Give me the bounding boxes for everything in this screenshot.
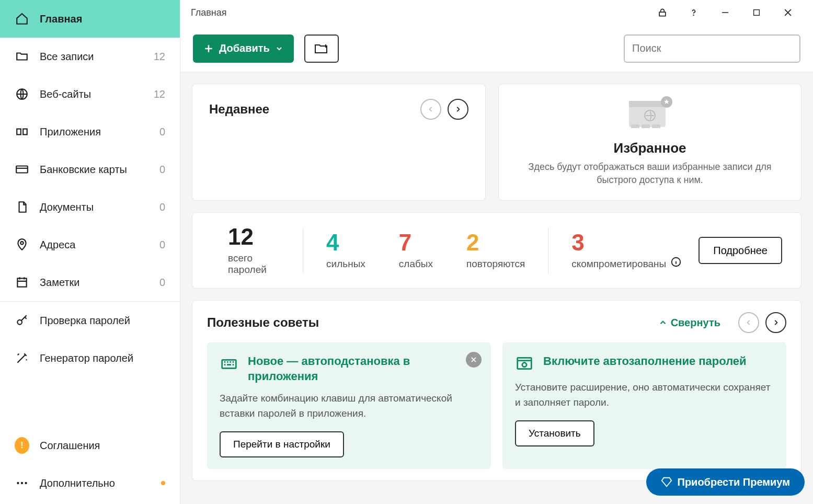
sidebar-item-agreements[interactable]: ! Соглашения bbox=[0, 427, 180, 464]
maximize-button[interactable] bbox=[742, 0, 771, 25]
pin-icon bbox=[15, 238, 29, 251]
help-button[interactable] bbox=[679, 0, 708, 25]
sidebar-item-notes[interactable]: Заметки 0 bbox=[0, 264, 180, 301]
page-title: Главная bbox=[191, 7, 648, 18]
svg-point-9 bbox=[25, 482, 27, 484]
chevron-right-icon bbox=[772, 319, 780, 326]
sidebar-item-count: 0 bbox=[159, 201, 165, 213]
sidebar-item-label: Адреса bbox=[40, 239, 149, 251]
sidebar-item-home[interactable]: Главная bbox=[0, 0, 180, 38]
premium-button[interactable]: Приобрести Премиум bbox=[646, 468, 805, 496]
sidebar-item-label: Генератор паролей bbox=[40, 352, 165, 364]
wand-icon bbox=[15, 351, 29, 365]
chevron-left-icon bbox=[745, 319, 752, 326]
sidebar-item-cards[interactable]: Банковские карты 0 bbox=[0, 151, 180, 188]
tips-next-button[interactable] bbox=[765, 312, 786, 333]
stat-weak-label: слабых bbox=[399, 258, 433, 270]
sidebar-item-label: Все записи bbox=[40, 51, 143, 63]
sidebar-item-count: 0 bbox=[159, 126, 165, 138]
sidebar-item-label: Дополнительно bbox=[40, 477, 151, 489]
stat-repeated-value: 2 bbox=[466, 231, 525, 254]
add-button[interactable]: Добавить bbox=[193, 35, 294, 63]
key-icon bbox=[15, 314, 29, 327]
folder-icon bbox=[15, 50, 29, 63]
sidebar-item-count: 0 bbox=[159, 164, 165, 176]
sidebar-item-websites[interactable]: Веб-сайты 12 bbox=[0, 75, 180, 113]
warning-icon: ! bbox=[15, 437, 29, 454]
minimize-button[interactable] bbox=[711, 0, 740, 25]
dots-icon bbox=[15, 476, 29, 490]
tip-desc: Задайте комбинацию клавиш для автоматиче… bbox=[220, 391, 478, 421]
tip-desc: Установите расширение, оно автоматически… bbox=[515, 380, 774, 410]
svg-rect-3 bbox=[16, 166, 28, 173]
diamond-icon bbox=[661, 476, 672, 488]
divider bbox=[548, 227, 548, 273]
stat-total: 12 всего паролей bbox=[211, 225, 296, 276]
stats-card: 12 всего паролей 4 сильных 7 слабых 2 по… bbox=[192, 212, 801, 289]
stat-compromised-value: 3 bbox=[571, 231, 682, 254]
sidebar-item-label: Банковские карты bbox=[40, 164, 149, 176]
add-button-label: Добавить bbox=[219, 42, 270, 54]
sidebar-item-documents[interactable]: Документы 0 bbox=[0, 188, 180, 226]
svg-rect-2 bbox=[23, 129, 27, 135]
favorites-illustration-icon bbox=[624, 96, 676, 135]
collapse-button[interactable]: Свернуть bbox=[658, 317, 720, 329]
close-tip-button[interactable] bbox=[466, 352, 482, 368]
chevron-left-icon bbox=[427, 106, 434, 113]
favorites-card: Избранное Здесь будут отображаться ваши … bbox=[498, 84, 801, 201]
toolbar: Добавить bbox=[180, 25, 813, 72]
tip-autofill: Включите автозаполнение паролей Установи… bbox=[502, 342, 786, 469]
sidebar-item-all[interactable]: Все записи 12 bbox=[0, 38, 180, 75]
stat-repeated-label: повторяются bbox=[466, 258, 525, 270]
sidebar-item-password-check[interactable]: Проверка паролей bbox=[0, 302, 180, 339]
sidebar-item-label: Веб-сайты bbox=[40, 88, 143, 100]
stat-strong-value: 4 bbox=[326, 231, 365, 254]
divider bbox=[303, 227, 303, 273]
stat-compromised-label: скомпрометированы bbox=[571, 258, 666, 270]
stat-total-value: 12 bbox=[228, 225, 280, 248]
tip-action-button[interactable]: Перейти в настройки bbox=[220, 431, 344, 457]
sidebar-item-more[interactable]: Дополнительно bbox=[0, 464, 180, 502]
svg-rect-12 bbox=[754, 10, 760, 16]
browser-gear-icon bbox=[515, 354, 534, 373]
close-button[interactable] bbox=[773, 0, 803, 25]
tips-title: Полезные советы bbox=[207, 315, 658, 330]
notification-dot-icon bbox=[161, 481, 165, 485]
stat-repeated: 2 повторяются bbox=[450, 231, 542, 270]
svg-point-8 bbox=[21, 482, 23, 484]
content: Главная Добавить bbox=[180, 0, 813, 504]
tips-prev-button[interactable] bbox=[738, 312, 759, 333]
card-icon bbox=[15, 163, 29, 176]
sidebar-item-count: 0 bbox=[159, 277, 165, 289]
sidebar-item-addresses[interactable]: Адреса 0 bbox=[0, 226, 180, 264]
new-folder-button[interactable] bbox=[304, 35, 339, 63]
svg-rect-17 bbox=[631, 124, 639, 128]
sidebar-item-apps[interactable]: Приложения 0 bbox=[0, 113, 180, 151]
search-input[interactable] bbox=[624, 35, 800, 63]
document-icon bbox=[15, 200, 29, 214]
globe-icon bbox=[15, 87, 29, 101]
chevron-up-icon bbox=[658, 318, 668, 327]
close-icon bbox=[470, 356, 477, 363]
sidebar-item-generator[interactable]: Генератор паролей bbox=[0, 339, 180, 377]
tip-action-button[interactable]: Установить bbox=[515, 420, 594, 446]
titlebar: Главная bbox=[180, 0, 813, 25]
collapse-label: Свернуть bbox=[671, 317, 720, 329]
sidebar: Главная Все записи 12 Веб-сайты 12 Прило… bbox=[0, 0, 180, 504]
sidebar-item-label: Заметки bbox=[40, 277, 149, 289]
chevron-down-icon bbox=[275, 44, 283, 53]
recent-title: Недавнее bbox=[209, 102, 414, 117]
chevron-right-icon bbox=[454, 106, 462, 113]
tips-card: Полезные советы Свернуть Новое — автопод… bbox=[192, 300, 801, 481]
lock-button[interactable] bbox=[648, 0, 677, 25]
apps-icon bbox=[15, 125, 29, 139]
info-icon[interactable] bbox=[670, 256, 682, 268]
details-button[interactable]: Подробнее bbox=[699, 237, 782, 264]
svg-rect-21 bbox=[222, 360, 236, 368]
recent-next-button[interactable] bbox=[448, 99, 468, 120]
stat-compromised: 3 скомпрометированы bbox=[555, 231, 699, 270]
stat-weak: 7 слабых bbox=[382, 231, 450, 270]
recent-prev-button[interactable] bbox=[420, 99, 441, 120]
svg-rect-5 bbox=[17, 278, 26, 287]
tip-autopaste: Новое — автоподстановка в приложения Зад… bbox=[207, 342, 491, 469]
